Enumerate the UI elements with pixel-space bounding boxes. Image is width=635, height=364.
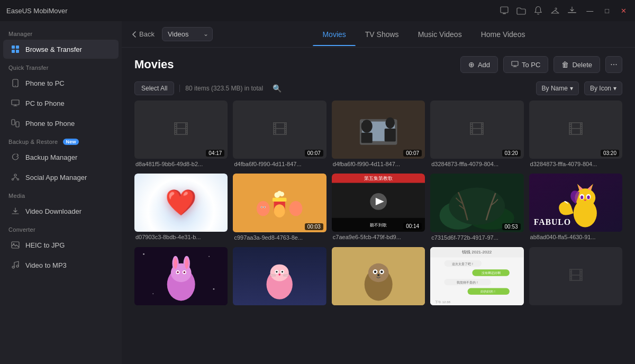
search-button[interactable]: 🔍 <box>270 82 284 95</box>
sidebar-item-label: PC to Phone <box>25 99 65 107</box>
minimize-button[interactable]: — <box>584 7 595 15</box>
svg-point-12 <box>14 174 16 176</box>
svg-point-62 <box>587 196 589 199</box>
list-item[interactable] <box>332 247 425 308</box>
svg-point-8 <box>15 85 16 86</box>
list-item[interactable]: 🎞 04:17 d8a481f5-9bb6-49d8-b2... <box>134 101 228 168</box>
svg-point-106 <box>380 270 383 272</box>
download-icon[interactable] <box>567 6 577 15</box>
category-dropdown[interactable]: Videos Photos Music Contacts Messages <box>162 27 213 41</box>
svg-point-82 <box>270 264 289 281</box>
video-duration: 04:17 <box>206 150 224 157</box>
social-icon <box>11 172 20 182</box>
list-item[interactable] <box>134 247 228 308</box>
backup-section-label: Backup & Restore New <box>0 133 122 147</box>
phone-phone-icon <box>11 119 20 128</box>
music-icon <box>11 260 20 270</box>
list-item[interactable]: 00:03 c997aa3a-9ed8-4763-8e... <box>233 174 326 241</box>
sidebar-item-social-app-manager[interactable]: Social App Manager <box>3 168 119 187</box>
svg-rect-1 <box>503 13 506 14</box>
item-count: 80 items (323.5 MB) in total <box>179 85 265 92</box>
list-item[interactable]: 🎞 00:07 d4fba6f0-f990-4d11-847... <box>233 101 326 168</box>
svg-rect-26 <box>384 129 395 142</box>
video-thumbnail: FABULO <box>529 174 622 232</box>
sidebar-item-label: Video Downloader <box>25 207 81 215</box>
grid-container: 🎞 04:17 d8a481f5-9bb6-49d8-b2... 🎞 00:07… <box>122 101 635 364</box>
video-name: c7aea9e6-5fcb-479f-bd9... <box>332 232 425 241</box>
video-name <box>529 305 622 308</box>
svg-point-32 <box>277 191 282 196</box>
maximize-button[interactable]: □ <box>603 7 611 15</box>
svg-text:第五集第教歌: 第五集第教歌 <box>364 176 393 181</box>
video-name: d3284873-fffa-4079-804... <box>430 159 523 168</box>
add-button[interactable]: ⊕ Add <box>460 56 498 73</box>
video-duration: 00:03 <box>305 223 323 230</box>
select-all-button[interactable]: Select All <box>134 81 174 95</box>
sort-by-name-button[interactable]: By Name ▾ <box>536 81 579 95</box>
tab-movies[interactable]: Movies <box>313 23 355 46</box>
list-item[interactable] <box>233 247 326 308</box>
video-duration: 00:07 <box>403 150 422 157</box>
sidebar-item-phone-to-phone[interactable]: Phone to Phone <box>3 114 119 133</box>
dropdown-wrapper: Videos Photos Music Contacts Messages <box>162 27 213 41</box>
back-button[interactable]: Back <box>132 30 155 38</box>
header-actions: ⊕ Add To PC 🗑 Delete ··· <box>460 56 622 73</box>
list-item[interactable]: 钱钱 2021-2022 这次太贵了吧！ 没有啊还好啊 我觉得不贵的！ 好的好的… <box>430 247 523 308</box>
film-reel-icon: 🎞 <box>568 267 583 285</box>
svg-point-76 <box>143 253 144 254</box>
video-name: d3284873-fffa-4079-804... <box>529 159 622 168</box>
video-name: c7315d6f-772b-4917-97... <box>430 232 523 242</box>
computer-icon <box>11 98 20 108</box>
sidebar-item-video-downloader[interactable]: Video Downloader <box>3 202 119 221</box>
hanger-icon[interactable] <box>550 6 560 15</box>
phone-icon <box>11 78 20 88</box>
sidebar-item-backup-manager[interactable]: Backup Manager <box>3 148 119 167</box>
svg-point-107 <box>377 274 379 276</box>
video-thumbnail <box>332 247 425 305</box>
svg-point-24 <box>385 117 395 129</box>
list-item[interactable]: ❤️ d07903c3-8bdb-4e31-b... <box>134 174 228 241</box>
image-icon <box>11 240 20 250</box>
sidebar-item-phone-to-pc[interactable]: Phone to PC <box>3 74 119 93</box>
converter-section-label: Converter <box>0 221 122 235</box>
heart-icon: ❤️ <box>165 188 197 217</box>
tab-home-videos[interactable]: Home Videos <box>471 23 535 46</box>
svg-text:下午 12:38: 下午 12:38 <box>435 299 451 303</box>
list-item[interactable]: 00:07 d4fba6f0-f990-4d11-847... <box>332 101 425 168</box>
video-name <box>430 305 523 308</box>
backup-icon <box>11 152 20 162</box>
video-name: d4fba6f0-f990-4d11-847... <box>332 159 425 168</box>
bell-icon[interactable] <box>533 6 543 15</box>
svg-point-23 <box>361 120 372 133</box>
video-duration: 03:20 <box>601 150 619 157</box>
list-item[interactable]: 🎞 03:20 d3284873-fffa-4079-804... <box>430 101 523 168</box>
list-item[interactable]: FABULO ab8ad040-ffa5-4630-91... <box>529 174 622 241</box>
svg-text:我觉得不贵的！: 我觉得不贵的！ <box>457 280 479 284</box>
toolbar: Select All 80 items (323.5 MB) in total … <box>122 78 635 101</box>
more-button[interactable]: ··· <box>605 56 622 73</box>
device-icon[interactable] <box>500 6 509 15</box>
list-item[interactable]: 🎞 03:20 d3284873-fffa-4079-804... <box>529 101 622 168</box>
sidebar-item-label: Social App Manager <box>25 174 87 181</box>
folder-icon[interactable] <box>516 6 526 15</box>
list-item[interactable]: 第五集第教歌 聽不到歌 00:14 c7aea9e6-5fcb-479f-b <box>332 174 425 241</box>
sidebar-item-label: Phone to PC <box>25 79 65 87</box>
video-name <box>134 305 228 308</box>
svg-rect-25 <box>361 133 372 143</box>
tab-tv-shows[interactable]: TV Shows <box>356 23 409 46</box>
delete-button[interactable]: 🗑 Delete <box>554 56 600 73</box>
svg-rect-10 <box>12 120 15 125</box>
sidebar-item-heic-to-jpg[interactable]: HEIC to JPG <box>3 235 119 254</box>
sort-by-icon-button[interactable]: By Icon ▾ <box>584 81 622 95</box>
sidebar-item-pc-to-phone[interactable]: PC to Phone <box>3 94 119 113</box>
list-item[interactable]: 00:53 c7315d6f-772b-4917-97... <box>430 174 523 241</box>
to-pc-button[interactable]: To PC <box>503 56 548 73</box>
delete-icon: 🗑 <box>561 60 569 69</box>
sidebar-item-label: Phone to Phone <box>25 120 75 128</box>
sidebar-item-video-to-mp3[interactable]: Video to MP3 <box>3 256 119 275</box>
to-pc-icon <box>511 60 519 69</box>
close-button[interactable]: ✕ <box>619 7 629 15</box>
list-item[interactable]: 🎞 <box>529 247 622 308</box>
sidebar-item-browse-transfer[interactable]: Browse & Transfer <box>3 40 119 59</box>
tab-music-videos[interactable]: Music Videos <box>409 23 471 46</box>
